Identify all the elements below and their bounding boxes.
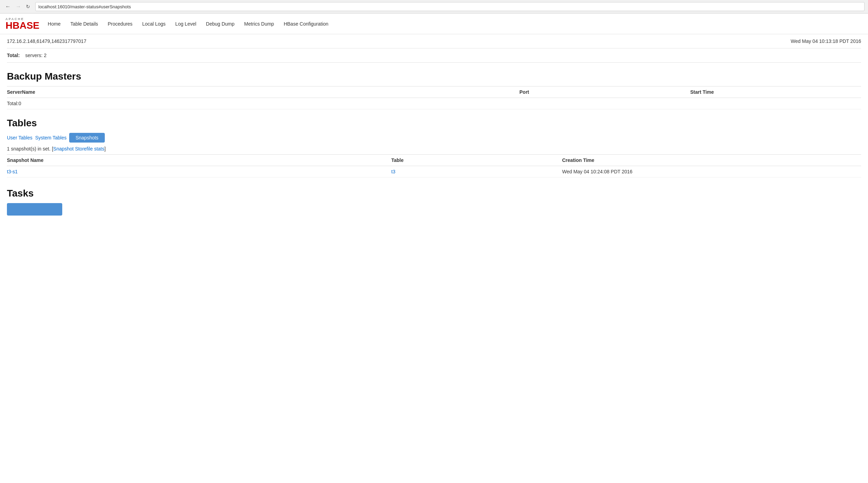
- server-address: 172.16.2.148,61479,1462317797017: [7, 38, 86, 44]
- navbar: APACHE HBASE HomeTable DetailsProcedures…: [0, 13, 868, 34]
- snapshots-table: Snapshot Name Table Creation Time t3-s1 …: [7, 154, 861, 177]
- table-row: Total:0: [7, 98, 861, 109]
- snapshot-count-text: 1 snapshot(s) in set.: [7, 146, 50, 152]
- col-header-snapshot-name: Snapshot Name: [7, 155, 391, 166]
- backup-masters-total: Total:0: [7, 98, 861, 109]
- logo-hbase-text: HBASE: [6, 20, 39, 31]
- snapshot-table-cell: t3: [391, 166, 562, 177]
- server-datetime: Wed May 04 10:13:18 PDT 2016: [791, 38, 861, 44]
- snapshot-storefile-link[interactable]: Snapshot Storefile stats: [53, 146, 104, 152]
- browser-chrome: ← → ↻: [0, 0, 868, 13]
- tasks-section: Tasks: [7, 188, 861, 216]
- server-info-bar: 172.16.2.148,61479,1462317797017 Wed May…: [7, 34, 861, 48]
- snapshot-name-link[interactable]: t3-s1: [7, 169, 18, 174]
- col-header-port: Port: [519, 86, 690, 98]
- backup-masters-heading: Backup Masters: [7, 71, 861, 82]
- col-header-servername: ServerName: [7, 86, 519, 98]
- tab-user-tables[interactable]: User Tables: [7, 135, 33, 140]
- backup-masters-table: ServerName Port Start Time Total:0: [7, 86, 861, 109]
- address-bar[interactable]: [35, 2, 865, 11]
- col-header-creation-time: Creation Time: [562, 155, 861, 166]
- forward-button[interactable]: →: [14, 3, 23, 10]
- table-row: t3-s1 t3 Wed May 04 10:24:08 PDT 2016: [7, 166, 861, 177]
- snapshot-name-cell: t3-s1: [7, 166, 391, 177]
- col-header-starttime: Start Time: [690, 86, 861, 98]
- nav-link-metrics-dump[interactable]: Metrics Dump: [244, 21, 274, 27]
- snapshot-table-link[interactable]: t3: [391, 169, 396, 174]
- back-button[interactable]: ←: [3, 3, 12, 10]
- col-header-table: Table: [391, 155, 562, 166]
- nav-links: HomeTable DetailsProceduresLocal LogsLog…: [48, 21, 329, 27]
- nav-link-log-level[interactable]: Log Level: [175, 21, 196, 27]
- snapshot-creation-cell: Wed May 04 10:24:08 PDT 2016: [562, 166, 861, 177]
- tabs-row: User Tables System Tables Snapshots: [7, 133, 861, 143]
- total-value: servers: 2: [25, 53, 46, 58]
- snapshot-info: 1 snapshot(s) in set. [Snapshot Storefil…: [7, 146, 861, 152]
- total-row: Total: servers: 2: [7, 48, 861, 63]
- total-label: Total:: [7, 53, 20, 58]
- nav-link-procedures[interactable]: Procedures: [108, 21, 133, 27]
- nav-link-table-details[interactable]: Table Details: [70, 21, 98, 27]
- tables-heading: Tables: [7, 118, 861, 129]
- main-content: 172.16.2.148,61479,1462317797017 Wed May…: [0, 34, 868, 216]
- nav-link-home[interactable]: Home: [48, 21, 61, 27]
- tasks-heading: Tasks: [7, 188, 861, 199]
- nav-link-debug-dump[interactable]: Debug Dump: [206, 21, 235, 27]
- tab-snapshots[interactable]: Snapshots: [69, 133, 104, 143]
- refresh-button[interactable]: ↻: [24, 3, 32, 10]
- nav-link-hbase-configuration[interactable]: HBase Configuration: [284, 21, 328, 27]
- tab-system-tables[interactable]: System Tables: [35, 135, 67, 140]
- nav-link-local-logs[interactable]: Local Logs: [142, 21, 166, 27]
- tasks-button[interactable]: [7, 203, 62, 216]
- browser-nav-buttons: ← → ↻: [3, 3, 32, 10]
- logo: APACHE HBASE: [6, 17, 39, 30]
